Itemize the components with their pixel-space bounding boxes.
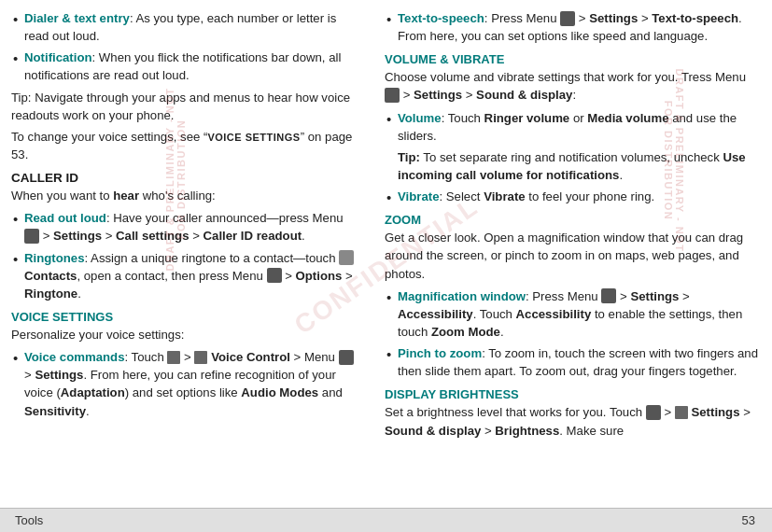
pinch-zoom-label: Pinch to zoom (398, 346, 482, 360)
intro-bullet-list: Dialer & text entry: As you type, each n… (11, 9, 360, 85)
menu-icon3 (339, 350, 354, 365)
contacts-icon (339, 250, 354, 265)
volume-bullets: Volume: Touch Ringer volume or Media vol… (385, 109, 759, 145)
settings-bold4: Settings (414, 88, 462, 102)
vc-icon (194, 351, 207, 364)
zoom-heading: ZOOM (385, 213, 759, 227)
vibrate-label: Vibrate (398, 189, 439, 203)
left-column: Dialer & text entry: As you type, each n… (0, 0, 373, 532)
list-item: Voice commands: Touch > Voice Control > … (11, 348, 360, 420)
footer-bar: Tools 53 (0, 508, 772, 532)
touch-icon (646, 405, 661, 420)
list-item: Read out loud: Have your caller announce… (11, 209, 360, 245)
magnification-label: Magnification window (398, 289, 526, 303)
caller-id-heading: CALLER ID (11, 171, 360, 185)
list-item: Ringtones: Assign a unique ringtone to a… (11, 249, 360, 302)
voice-bullets: Voice commands: Touch > Voice Control > … (11, 348, 360, 420)
menu-icon2 (267, 268, 282, 283)
caller-id-list: Read out loud: Have your caller announce… (11, 209, 360, 302)
ringer-vol-bold: Ringer volume (484, 111, 570, 125)
settings-bold3: Settings (589, 11, 638, 25)
volume-label: Volume (398, 111, 442, 125)
display-desc: Set a brightness level that works for yo… (385, 403, 759, 439)
list-item: Notification: When you flick the notific… (11, 49, 360, 84)
settings-bold6: Settings (691, 405, 739, 419)
menu-icon6 (601, 288, 616, 303)
call-settings-bold: Call settings (116, 229, 189, 243)
sensitivity-bold: Sensitivity (24, 404, 86, 418)
sound-display-bold: Sound & display (476, 88, 572, 102)
list-item: Dialer & text entry: As you type, each n… (11, 9, 360, 45)
settings-bold2: Settings (35, 368, 83, 382)
tts-bullet-list: Text-to-speech: Press Menu > Settings > … (385, 9, 759, 45)
accessibility-bold: Accessibility (398, 307, 473, 321)
tts-bold: Text-to-speech (652, 11, 738, 25)
sound-display-bold2: Sound & display (385, 424, 481, 438)
brightness-icon (675, 406, 688, 419)
incoming-call-vol-bold: Use incoming call volume for notificatio… (398, 150, 746, 182)
voice-settings-desc: Personalize your voice settings: (11, 326, 360, 343)
voice-settings-heading: VOICE SETTINGS (11, 310, 360, 324)
dialer-label: Dialer & text entry (24, 11, 130, 25)
footer-page: 53 (742, 513, 755, 527)
hear-bold: hear (113, 189, 139, 203)
page-container: Dialer & text entry: As you type, each n… (0, 0, 772, 532)
voice-settings-ref: To change your voice settings, see “VOIC… (11, 128, 360, 163)
voice-settings-ref-bold: VOICE SETTINGS (207, 132, 300, 143)
media-vol-bold: Media volume (587, 111, 668, 125)
vibrate-bold: Vibrate (484, 189, 525, 203)
list-item: Pinch to zoom: To zoom in, touch the scr… (385, 344, 759, 380)
tip-bold: Tip: (398, 150, 420, 164)
list-item: Vibrate: Select Vibrate to feel your pho… (385, 188, 759, 205)
voice-control-bold: Voice Control (211, 350, 290, 364)
contacts-bold: Contacts (24, 269, 77, 283)
caller-id-desc: When you want to hear who's calling: (11, 187, 360, 204)
mic-icon (167, 351, 180, 364)
vibrate-bullets: Vibrate: Select Vibrate to feel your pho… (385, 188, 759, 205)
settings-bold5: Settings (630, 289, 679, 303)
read-out-loud-label: Read out loud (24, 211, 106, 225)
zoom-mode-bold: Zoom Mode (431, 325, 500, 339)
tts-label: Text-to-speech (398, 11, 484, 25)
display-heading: DISPLAY BRIGHTNESS (385, 387, 759, 401)
list-item: Magnification window: Press Menu > Setti… (385, 287, 759, 341)
audio-modes-bold: Audio Modes (241, 385, 318, 399)
list-item: Text-to-speech: Press Menu > Settings > … (385, 9, 759, 45)
menu-icon4 (560, 11, 575, 26)
footer-section: Tools (0, 513, 742, 527)
tip1: Tip: Navigate through your apps and menu… (11, 89, 360, 124)
adaptation-bold: Adaptation (61, 385, 125, 399)
volume-desc: Choose volume and vibrate settings that … (385, 68, 759, 104)
zoom-desc: Get a closer look. Open a magnification … (385, 229, 759, 282)
options-bold: Options (296, 269, 343, 283)
ringtone-bold: Ringtone (24, 287, 77, 301)
list-item: Volume: Touch Ringer volume or Media vol… (385, 109, 759, 145)
zoom-bullets: Magnification window: Press Menu > Setti… (385, 287, 759, 381)
menu-icon (24, 229, 39, 244)
ringtones-label: Ringtones (24, 251, 84, 265)
brightness-bold: Brightness (495, 424, 559, 438)
para1-prefix: To change your voice settings, see “ (11, 130, 207, 144)
voice-commands-label: Voice commands (24, 350, 125, 364)
volume-tip: Tip: To set separate ring and notificati… (385, 148, 759, 184)
accessibility-bold2: Accessibility (516, 307, 592, 321)
notification-label: Notification (24, 50, 92, 64)
right-column: Text-to-speech: Press Menu > Settings > … (373, 0, 772, 532)
caller-id-readout-bold: Caller ID readout (204, 229, 302, 243)
menu-icon5 (385, 88, 400, 103)
settings-bold: Settings (53, 229, 102, 243)
volume-heading: VOLUME & VIBRATE (385, 52, 759, 66)
